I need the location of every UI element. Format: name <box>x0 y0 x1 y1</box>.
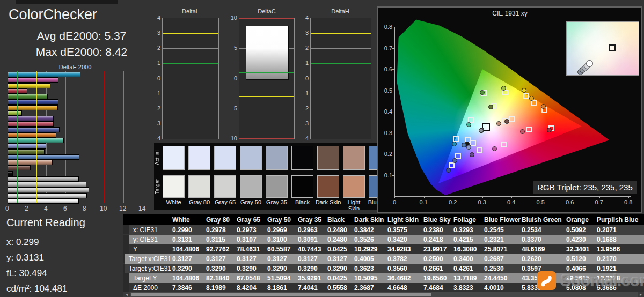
column-header-gray-65[interactable]: Gray 65 <box>236 216 266 224</box>
column-header-foliage[interactable]: Foliage <box>452 216 483 224</box>
cell[interactable]: 0.2545 <box>483 226 521 234</box>
cell[interactable]: 0.2500 <box>422 255 452 263</box>
actual-swatch-gray-50[interactable] <box>240 146 262 170</box>
cell[interactable]: 0.3420 <box>386 236 422 243</box>
cell[interactable]: 10.5095 <box>353 274 386 282</box>
column-header-white[interactable]: White <box>171 216 205 224</box>
scroll-left-button[interactable]: ◂ <box>123 292 130 297</box>
actual-swatch-gray-80[interactable] <box>188 146 210 170</box>
cell[interactable]: 0.3290 <box>266 265 297 272</box>
cell[interactable]: 0.4261 <box>452 265 483 272</box>
target-swatch-light-skin[interactable] <box>343 175 365 198</box>
cell[interactable]: 23.9917 <box>422 246 452 253</box>
cell[interactable]: 0.3526 <box>353 236 386 243</box>
cell[interactable]: 19.6560 <box>422 274 452 282</box>
cell[interactable]: 0.3091 <box>297 236 326 243</box>
cell[interactable]: 2.3687 <box>353 284 386 292</box>
cell[interactable]: 0.3127 <box>297 255 326 263</box>
cell[interactable]: 7.4041 <box>297 284 326 292</box>
cell[interactable]: 78.4631 <box>236 246 266 253</box>
column-header-blue-sky[interactable]: Blue Sky <box>422 216 452 224</box>
target-swatch-dark-skin[interactable] <box>317 175 339 198</box>
cell[interactable]: 3.8323 <box>452 284 483 292</box>
gutter-cell[interactable] <box>123 225 129 235</box>
cell[interactable]: 36.4682 <box>386 274 422 282</box>
cell[interactable]: 25.8071 <box>483 246 521 253</box>
gutter-cell[interactable] <box>123 273 129 283</box>
cell[interactable]: 0.3131 <box>171 236 205 243</box>
cell[interactable]: 4.0010 <box>483 284 521 292</box>
scroll-right-button[interactable]: ▸ <box>638 292 644 297</box>
column-header-gray-35[interactable]: Gray 35 <box>297 216 326 224</box>
target-swatch-blue-sky[interactable] <box>369 175 378 198</box>
cell[interactable]: 4.6648 <box>386 284 422 292</box>
cell[interactable]: 7.4684 <box>422 284 452 292</box>
cell[interactable]: 40.7443 <box>297 246 326 253</box>
gutter-cell[interactable] <box>123 235 129 244</box>
cell[interactable]: 0.3560 <box>386 265 422 272</box>
cell[interactable]: 16.3080 <box>452 246 483 253</box>
cell[interactable]: 32.3401 <box>565 246 596 253</box>
cell[interactable]: 0.3782 <box>386 255 422 263</box>
cell[interactable]: 0.2687 <box>483 255 521 263</box>
cell[interactable]: 0.3290 <box>297 265 326 272</box>
cell[interactable]: 0.2418 <box>422 236 452 243</box>
cell[interactable]: 0.3127 <box>205 255 236 263</box>
cell[interactable]: 0.2963 <box>297 226 326 234</box>
cell[interactable]: 13.9566 <box>596 246 644 253</box>
target-swatch-gray-65[interactable] <box>214 175 236 198</box>
cell[interactable]: 0.2071 <box>596 226 644 234</box>
actual-swatch-blue-sky[interactable] <box>369 146 378 170</box>
cell[interactable]: 0.4230 <box>565 236 596 243</box>
actual-swatch-light-skin[interactable] <box>343 146 365 170</box>
cell[interactable]: 0.2480 <box>326 226 353 234</box>
cell[interactable]: 0.2973 <box>236 226 266 234</box>
cell[interactable]: 34.9283 <box>386 246 422 253</box>
target-swatch-gray-50[interactable] <box>240 175 262 198</box>
target-swatch-black[interactable] <box>291 175 313 198</box>
column-header-purplish-blue[interactable]: Purplish Blue <box>596 216 644 224</box>
cell[interactable]: 0.3100 <box>266 236 297 243</box>
gutter-cell[interactable] <box>123 244 129 254</box>
cell[interactable]: 104.4806 <box>171 246 205 253</box>
cell[interactable]: 0.0425 <box>326 274 353 282</box>
target-swatch-gray-35[interactable] <box>266 175 288 198</box>
cell[interactable]: 0.2380 <box>422 226 452 234</box>
cell[interactable]: 0.2480 <box>326 236 353 243</box>
actual-swatch-gray-65[interactable] <box>214 146 236 170</box>
gutter-cell[interactable] <box>123 283 129 293</box>
actual-swatch-dark-skin[interactable] <box>317 146 339 170</box>
cell[interactable]: 0.3127 <box>266 255 297 263</box>
cell[interactable]: 0.3290 <box>205 265 236 272</box>
cell[interactable]: 0.4215 <box>452 236 483 243</box>
cell[interactable]: 0.5558 <box>326 284 353 292</box>
cell[interactable]: 24.4450 <box>483 274 521 282</box>
cell[interactable]: 8.1989 <box>205 284 236 292</box>
cell[interactable]: 0.2969 <box>266 226 297 234</box>
cell[interactable]: 0.3107 <box>236 236 266 243</box>
cell[interactable]: 0.4005 <box>353 255 386 263</box>
target-swatch-white[interactable] <box>163 175 185 198</box>
cell[interactable]: 0.2321 <box>483 236 521 243</box>
cell[interactable]: 8.4204 <box>236 284 266 292</box>
cell[interactable]: 0.2530 <box>483 265 521 272</box>
cell[interactable]: 0.2990 <box>171 226 205 234</box>
cell[interactable]: 0.2534 <box>521 226 565 234</box>
cell[interactable]: 0.3115 <box>205 236 236 243</box>
cell[interactable]: 0.3290 <box>326 265 353 272</box>
column-header-blue-flower[interactable]: Blue Flower <box>483 216 521 224</box>
column-header-black[interactable]: Black <box>326 216 353 224</box>
cell[interactable]: 0.3290 <box>171 265 205 272</box>
cell[interactable]: 0.2978 <box>205 226 236 234</box>
cell[interactable]: 60.5587 <box>266 246 297 253</box>
cell[interactable]: 0.3400 <box>452 255 483 263</box>
column-header-bluish-green[interactable]: Bluish Green <box>521 216 565 224</box>
cell[interactable]: 48.6169 <box>521 246 565 253</box>
cell[interactable]: 104.4806 <box>171 274 205 282</box>
cell[interactable]: 8.1861 <box>266 284 297 292</box>
cell[interactable]: 92.7762 <box>205 246 236 253</box>
cell[interactable]: 0.3127 <box>236 255 266 263</box>
cell[interactable]: 7.3846 <box>171 284 205 292</box>
table-scrollbar[interactable]: ◂ ▸ <box>123 292 644 297</box>
cell[interactable]: 51.5094 <box>266 274 297 282</box>
